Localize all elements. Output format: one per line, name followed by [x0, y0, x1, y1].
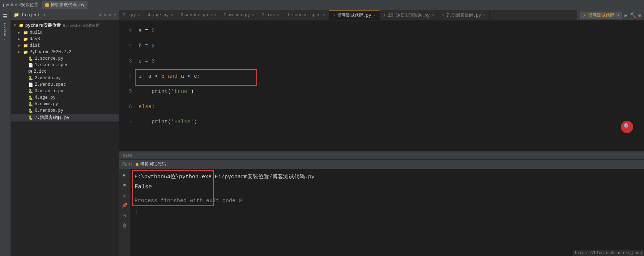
sidebar-item-1scorce-spec[interactable]: ▶ 📄 1.scorce.spec: [11, 62, 119, 68]
run-panel: Run: 博客测试代码 ✕ ▶ ■ ↺ 📌 🖨 🗑: [119, 159, 644, 256]
sidebar-file-tree: ▼ 📁 pycharm安装位置 E:/pycharm安装位置 ▶ 📁 build…: [11, 20, 119, 256]
run-tab-blogtest[interactable]: 博客测试代码 ✕: [136, 161, 171, 167]
sidebar-collapse-icon[interactable]: −: [114, 12, 116, 18]
editor-status-bar: else: [119, 151, 644, 159]
tab-4agepy[interactable]: 4.age.py ✕: [144, 10, 177, 20]
sidebar: 📁 Project ▾ ⊕ ⇅ ⚙ − ▼ 📁 pycharm安装位置 E:/p…: [11, 10, 119, 256]
sidebar-item-1scorce-py[interactable]: ▶ 🐍 1.scorce.py: [11, 55, 119, 62]
tab-blogtest[interactable]: ⚡ 博客测试代码.py ✕: [329, 10, 380, 20]
tab-1scorcespec[interactable]: 1.scorce.spec ✕: [283, 10, 329, 20]
editor-area: 1 2 3 4 5 6 7 a = 5 b = 2: [119, 21, 644, 151]
sidebar-icons: ⊕ ⇅ ⚙ −: [99, 12, 116, 18]
run-output: E:\python64位\python.exe E:/pycharm安装位置/博…: [130, 169, 644, 256]
sidebar-item-build[interactable]: ▶ 📁 build: [11, 29, 119, 36]
more-button[interactable]: ⚙: [638, 12, 641, 18]
top-right-toolbar: ⚡ 博客测试代码 ▾ ▶ 🔨 ⚙: [577, 10, 644, 20]
run-sidebar-icons: ▶ ■ ↺ 📌 🖨 🗑: [119, 169, 130, 256]
run-tab-label: 博客测试代码: [140, 161, 166, 167]
sidebar-item-7hacker-py[interactable]: ▶ 🐍 7.防黑客破解.py: [11, 114, 119, 121]
sidebar-header-label: Project: [22, 13, 40, 18]
sidebar-item-5name-py[interactable]: ▶ 🐍 5.name.py: [11, 101, 119, 107]
title-project: pycharm安装位置: [3, 2, 38, 8]
code-line-1: a = 5: [138, 24, 644, 39]
tab-2ico[interactable]: 2.ico ✕: [258, 10, 283, 20]
sidebar-item-6rendom-py[interactable]: ▶ 🐍 6.rendom.py: [11, 107, 119, 114]
tab-2py[interactable]: 2_.py ✕: [119, 10, 144, 20]
line-numbers: 1 2 3 4 5 6 7: [119, 21, 136, 151]
search-float-button[interactable]: 🔍: [621, 121, 633, 133]
code-line-7: print('False'): [138, 115, 644, 130]
sidebar-item-dist[interactable]: ▶ 📁 dist: [11, 42, 119, 49]
sidebar-item-2ico[interactable]: ▶ 🖼 2.ico: [11, 68, 119, 75]
code-line-5: print('true'): [138, 84, 644, 99]
run-button[interactable]: ▶: [624, 12, 627, 18]
tab-bar: 2_.py ✕ 4.age.py ✕ 2.wendu.spec ✕ 2.wend…: [119, 10, 577, 20]
build-button[interactable]: 🔨: [630, 12, 636, 18]
toolbar-search-label: ⚡ 博客测试代码 ▾: [580, 12, 622, 19]
run-tab-bar: Run: 博客测试代码 ✕: [119, 160, 644, 169]
code-line-6: else:: [138, 99, 644, 115]
sidebar-item-4age-py[interactable]: ▶ 🐍 4.age.py: [11, 94, 119, 101]
output-process: Process finished with exit code 0: [135, 196, 640, 206]
run-stop-icon[interactable]: ■: [121, 182, 128, 189]
sidebar-root[interactable]: ▼ 📁 pycharm安装位置 E:/pycharm安装位置: [11, 22, 119, 29]
tab-7hacker[interactable]: ⚡ 7.防黑客破解.py ✕: [438, 10, 489, 20]
activity-project-icon[interactable]: ☰: [1, 12, 10, 21]
sidebar-settings-icon[interactable]: ⚙: [109, 12, 111, 18]
sidebar-add-icon[interactable]: ⊕: [99, 12, 102, 18]
code-line-4: if a < b and a < c:: [138, 69, 644, 84]
sidebar-item-2wendu-py[interactable]: ▶ 🐍 2.wendu.py: [11, 75, 119, 81]
title-active-tab: 博客测试代码.py: [42, 1, 88, 9]
tab-2wenduspec[interactable]: 2.wendu.spec ✕: [177, 10, 220, 20]
cursor-line: |: [135, 207, 640, 217]
output-result: False: [135, 182, 640, 192]
run-print-icon[interactable]: 🖨: [121, 212, 128, 219]
run-pin-icon[interactable]: 📌: [121, 202, 128, 209]
run-rerun-icon[interactable]: ↺: [121, 192, 128, 199]
sidebar-item-3mianji-py[interactable]: ▶ 🐍 3.mianji.py: [11, 88, 119, 94]
output-command: E:\python64位\python.exe E:/pycharm安装位置/博…: [135, 172, 640, 182]
right-panel: 2_.py ✕ 4.age.py ✕ 2.wendu.spec ✕ 2.wend…: [119, 10, 644, 256]
code-content[interactable]: a = 5 b = 2 c = 3 if a < b and a < c:: [136, 21, 644, 151]
sidebar-item-day3[interactable]: ▶ 📁 day3: [11, 36, 119, 42]
run-content: ▶ ■ ↺ 📌 🖨 🗑 E:\python64位\python.exe E:/p…: [119, 169, 644, 256]
sidebar-item-pycharm[interactable]: ▶ 📁 PyCharm 2020.2.2: [11, 49, 119, 55]
run-label: Run:: [122, 162, 133, 167]
tab-16digui[interactable]: ⚡ 16_递归实现阶乘.py ✕: [380, 10, 438, 20]
run-trash-icon[interactable]: 🗑: [121, 222, 128, 229]
sidebar-title: 📁: [14, 12, 19, 18]
sidebar-root-label: pycharm安装位置: [25, 22, 61, 29]
run-play-icon[interactable]: ▶: [121, 171, 128, 179]
status-text: else: [123, 153, 132, 158]
activity-bar: ☰ 1:Project: [0, 10, 11, 256]
sidebar-refresh-icon[interactable]: ⇅: [104, 12, 106, 18]
title-bar: pycharm安装位置 博客测试代码.py: [0, 0, 644, 10]
code-line-3: c = 3: [138, 54, 644, 69]
tab-2wendupy[interactable]: 2.wendu.py ✕: [220, 10, 258, 20]
bottom-url: https://blog.csdn.net/X_pang: [573, 250, 644, 256]
sidebar-header: 📁 Project ▾ ⊕ ⇅ ⚙ −: [11, 10, 119, 20]
sidebar-item-2wendu-spec[interactable]: ▶ 📄 2.wendu.spec: [11, 81, 119, 88]
code-line-2: b = 2: [138, 39, 644, 54]
